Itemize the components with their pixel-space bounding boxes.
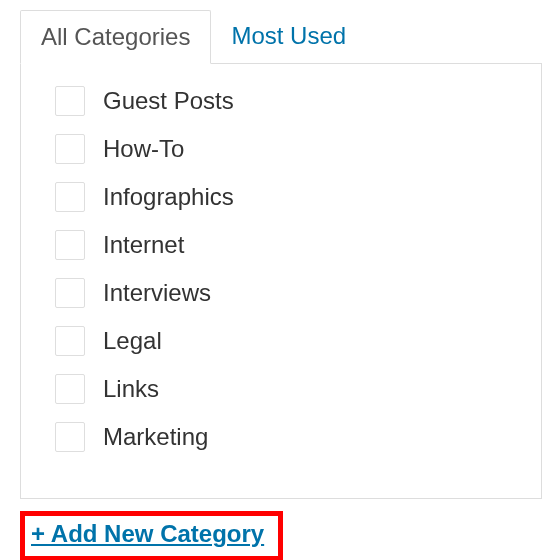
category-label: Links [103,375,159,403]
checkbox-how-to[interactable] [55,134,85,164]
category-label: Guest Posts [103,87,234,115]
list-item: Legal [55,326,523,356]
checkbox-interviews[interactable] [55,278,85,308]
highlight-box: + Add New Category [20,511,283,560]
category-label: Legal [103,327,162,355]
checkbox-marketing[interactable] [55,422,85,452]
add-new-row: + Add New Category [20,507,542,560]
category-panel: Guest Posts How-To Infographics Internet… [20,63,542,499]
list-item: Guest Posts [55,86,523,116]
checkbox-legal[interactable] [55,326,85,356]
category-label: Infographics [103,183,234,211]
tab-list: All Categories Most Used [20,10,542,64]
checkbox-infographics[interactable] [55,182,85,212]
category-label: Interviews [103,279,211,307]
tab-most-used[interactable]: Most Used [211,10,366,64]
checkbox-internet[interactable] [55,230,85,260]
checkbox-guest-posts[interactable] [55,86,85,116]
tab-all-categories[interactable]: All Categories [20,10,211,64]
category-metabox: All Categories Most Used Guest Posts How… [20,10,542,560]
list-item: Links [55,374,523,404]
list-item: Interviews [55,278,523,308]
list-item: Infographics [55,182,523,212]
add-new-category-link[interactable]: + Add New Category [31,520,264,547]
checkbox-links[interactable] [55,374,85,404]
category-label: Internet [103,231,184,259]
category-label: How-To [103,135,184,163]
list-item: Internet [55,230,523,260]
list-item: Marketing [55,422,523,452]
category-label: Marketing [103,423,208,451]
list-item: How-To [55,134,523,164]
